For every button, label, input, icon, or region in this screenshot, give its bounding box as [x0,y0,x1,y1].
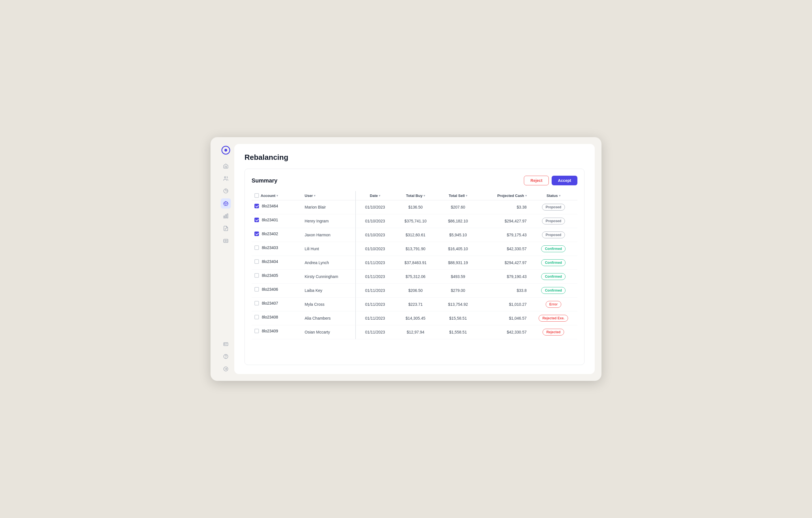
cell-cash-8: $1,046.57 [480,311,529,325]
cell-date-7: 01/11/2023 [355,297,394,311]
col-header-cash: Projected Cash ▾ [480,191,529,200]
col-header-status: Status ▾ [529,191,577,200]
cell-sell-4: $88,931.19 [437,256,480,270]
cell-cash-2: $79,175.43 [480,228,529,242]
status-badge-8: Rejected Exe. [539,315,568,322]
cell-status-7: Error [529,297,577,311]
row-checkbox-0[interactable] [254,204,259,208]
status-badge-6: Confirmed [541,287,566,294]
status-badge-2: Proposed [542,231,565,238]
file-icon[interactable] [221,223,231,233]
cell-buy-7: $223.71 [395,297,437,311]
dollar-icon[interactable] [221,236,231,246]
svg-point-9 [225,240,227,242]
cell-account-2: 8lo23402 [252,228,302,239]
col-header-date: Date ▾ [355,191,394,200]
cell-date-4: 01/11/2023 [355,256,394,270]
table-row: 8lo23406Laiba Key01/11/2023$206.50$279.0… [252,284,577,297]
balance-icon[interactable] [221,198,231,208]
cell-cash-3: $42,330.57 [480,242,529,256]
id-card-icon[interactable] [221,339,231,349]
cell-cash-4: $294,427.97 [480,256,529,270]
cell-user-7: Myla Cross [302,297,355,311]
table-row: 8lo23401Henry Ingram01/10/2023$375,741.1… [252,214,577,228]
row-checkbox-2[interactable] [254,231,259,236]
header-actions: Reject Accept [524,176,577,185]
status-badge-4: Confirmed [541,259,566,266]
status-badge-7: Error [546,301,561,308]
cell-user-1: Henry Ingram [302,214,355,228]
cell-account-1: 8lo23401 [252,214,302,226]
logo[interactable] [221,145,231,155]
home-icon[interactable] [221,161,231,171]
row-checkbox-6[interactable] [254,287,259,292]
col-account-label: Account [261,194,276,198]
account-id-1: 8lo23401 [262,218,278,222]
cell-cash-6: $33.8 [480,284,529,297]
col-header-user: User ▾ [302,191,355,200]
col-date-label: Date [370,194,378,198]
cell-status-0: Proposed [529,200,577,214]
cell-sell-1: $86,182.10 [437,214,480,228]
summary-header: Summary Reject Accept [252,176,577,185]
account-id-5: 8lo23405 [262,273,278,278]
row-checkbox-5[interactable] [254,273,259,278]
cell-date-2: 01/10/2023 [355,228,394,242]
col-cash-label: Projected Cash [497,194,524,198]
reject-button[interactable]: Reject [524,176,549,185]
page-title: Rebalancing [244,153,584,162]
cell-user-4: Andrea Lynch [302,256,355,270]
col-header-account: Account ▾ [252,191,302,200]
summary-title: Summary [252,177,278,184]
row-checkbox-7[interactable] [254,301,259,306]
table-body: 8lo23464Marion Blair01/10/2023$136.50$20… [252,200,577,339]
row-checkbox-1[interactable] [254,218,259,222]
status-badge-9: Rejected [543,329,564,336]
table-wrap: Account ▾ User ▾ [252,191,577,339]
svg-point-11 [224,343,225,344]
row-checkbox-9[interactable] [254,329,259,333]
cell-buy-9: $12,97.94 [395,325,437,339]
cell-date-5: 01/11/2023 [355,270,394,284]
accept-button[interactable]: Accept [552,176,577,185]
summary-card: Summary Reject Accept Ac [244,169,584,365]
cell-cash-0: $3.38 [480,200,529,214]
table-row: 8lo23405Kirsty Cunningham01/11/2023$75,3… [252,270,577,284]
bar-chart-icon[interactable] [221,211,231,221]
col-header-sell: Total Sell ▾ [437,191,480,200]
cell-sell-5: $493.59 [437,270,480,284]
table-row: 8lo23404Andrea Lynch01/11/2023$37,8463.9… [252,256,577,270]
account-id-4: 8lo23404 [262,259,278,264]
cell-date-9: 01/11/2023 [355,325,394,339]
cell-sell-7: $13,754.92 [437,297,480,311]
cell-cash-7: $1,010.27 [480,297,529,311]
logout-icon[interactable] [221,364,231,374]
cell-cash-5: $79,190.43 [480,270,529,284]
help-icon[interactable] [221,351,231,362]
svg-rect-4 [225,215,226,218]
status-badge-1: Proposed [542,218,565,224]
status-badge-0: Proposed [542,204,565,210]
row-checkbox-4[interactable] [254,259,259,264]
table-row: 8lo23409Osian Mccarty01/11/2023$12,97.94… [252,325,577,339]
user-sort-icon: ▾ [314,194,315,197]
table-header-row: Account ▾ User ▾ [252,191,577,200]
row-checkbox-8[interactable] [254,315,259,319]
table-row: 8lo23407Myla Cross01/11/2023$223.71$13,7… [252,297,577,311]
users-icon[interactable] [221,173,231,183]
cell-sell-2: $5,945.10 [437,228,480,242]
chart-pie-icon[interactable] [221,186,231,196]
cell-account-6: 8lo23406 [252,284,302,295]
cell-status-5: Confirmed [529,270,577,284]
account-id-3: 8lo23403 [262,246,278,250]
cash-sort-icon: ▾ [525,194,527,197]
cell-sell-3: $16,405.10 [437,242,480,256]
table-row: 8lo23408Alia Chambers01/11/2023$14,305.4… [252,311,577,325]
account-id-9: 8lo23409 [262,329,278,333]
cell-buy-0: $136.50 [395,200,437,214]
summary-table: Account ▾ User ▾ [252,191,577,339]
table-row: 8lo23403Lili Hunt01/10/2023$13,791.90$16… [252,242,577,256]
cell-buy-3: $13,791.90 [395,242,437,256]
row-checkbox-3[interactable] [254,246,259,250]
select-all-checkbox[interactable] [254,193,259,198]
